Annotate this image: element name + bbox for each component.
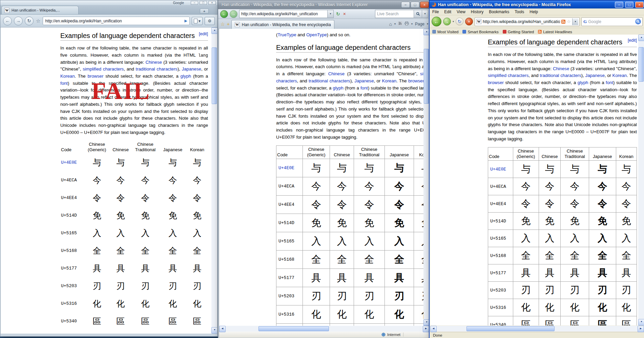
search-icon[interactable] xyxy=(414,10,422,18)
new-tab-button[interactable]: + xyxy=(200,8,209,14)
chevron-down-icon[interactable]: ▾ xyxy=(572,18,578,25)
maximize-icon[interactable]: □ xyxy=(411,2,419,8)
back-button[interactable]: ← xyxy=(3,17,12,25)
scroll-right-icon[interactable]: ▶ xyxy=(638,326,644,332)
wiki-link[interactable]: simplified characters xyxy=(83,66,124,72)
browser-tab[interactable]: W Han unification - Wikipedia,... xyxy=(1,6,79,14)
scroll-down-icon[interactable]: ▼ xyxy=(211,327,217,334)
code-link[interactable]: U+4E0E xyxy=(488,161,513,178)
scroll-up-icon[interactable]: ▲ xyxy=(211,27,217,34)
menu-file[interactable]: File xyxy=(430,9,441,15)
bookmark-getting-started[interactable]: Getting Started xyxy=(503,30,534,34)
wiki-link[interactable]: font xyxy=(606,80,613,85)
refresh-button[interactable]: ↻ xyxy=(335,11,341,17)
vertical-scrollbar[interactable]: ▲ ▼ xyxy=(638,35,644,325)
url-text[interactable]: http://en.wikipedia.org/wiki/Han_unifica… xyxy=(241,12,327,16)
wiki-link[interactable]: browser xyxy=(488,80,504,85)
forward-button[interactable]: → xyxy=(443,18,451,25)
address-bar[interactable]: http://en.wikipedia.org/wiki/Han_unifica… xyxy=(43,17,190,25)
back-button[interactable]: ← xyxy=(220,10,228,18)
horizontal-scrollbar[interactable]: ◀ ▶ xyxy=(430,326,644,332)
back-button[interactable]: ← xyxy=(432,17,441,26)
scrollbar-thumb[interactable] xyxy=(466,326,555,331)
firefox-titlebar[interactable]: Han unification - Wikipedia, the free en… xyxy=(430,1,644,8)
stop-button[interactable]: × xyxy=(465,18,473,25)
scrollbar-thumb[interactable] xyxy=(424,49,429,104)
page-menu-button[interactable]: ▾ xyxy=(192,17,203,25)
scroll-down-icon[interactable]: ▼ xyxy=(638,319,644,325)
go-icon[interactable]: ▶ xyxy=(185,19,187,23)
maximize-icon[interactable]: □ xyxy=(625,2,633,8)
browser-tab[interactable]: W Han unification - Wikipedia, the free … xyxy=(231,20,334,29)
wiki-link[interactable]: glyph xyxy=(578,80,588,85)
wiki-link[interactable]: Korean xyxy=(382,78,397,83)
search-box[interactable]: G Google xyxy=(581,17,643,26)
rss-feed-icon[interactable] xyxy=(398,21,402,26)
code-link[interactable]: U+4E0E xyxy=(276,159,303,177)
bookmark-latest-headlines[interactable]: Latest Headlines xyxy=(538,30,572,34)
scrollbar-track[interactable] xyxy=(211,34,217,327)
chevron-down-icon[interactable]: ▾ xyxy=(427,22,428,25)
address-bar[interactable]: http://en.wikipedia.org/wiki/Han_unifica… xyxy=(239,10,334,18)
vertical-scrollbar[interactable]: ▲ ▼ xyxy=(423,29,429,326)
stop-button[interactable]: × xyxy=(342,11,347,17)
favorites-star-icon[interactable]: ☆ xyxy=(220,21,225,27)
wiki-link[interactable]: Chinese xyxy=(553,66,569,71)
wiki-link[interactable]: Chinese xyxy=(328,71,345,76)
chevron-down-icon[interactable]: ▾ xyxy=(411,22,413,25)
google-search-label[interactable]: Google xyxy=(173,1,184,5)
wiki-link[interactable]: OpenType xyxy=(306,32,327,37)
wiki-link[interactable]: simplified characters xyxy=(488,73,528,78)
wiki-link[interactable]: browser xyxy=(408,78,424,83)
left-titlebar[interactable]: Google − □ × xyxy=(0,0,217,5)
wiki-link[interactable]: Korean xyxy=(612,73,627,78)
wiki-link[interactable]: Chinese xyxy=(145,60,162,65)
scrollbar-track[interactable] xyxy=(437,326,638,332)
bookmark-smart-bookmarks[interactable]: Smart Bookmarks xyxy=(462,30,498,34)
scroll-left-icon[interactable]: ◀ xyxy=(219,326,226,332)
chevron-down-icon[interactable]: ▾ xyxy=(394,22,396,25)
scrollbar-track[interactable] xyxy=(423,35,429,319)
wiki-link[interactable]: glyph xyxy=(333,85,344,91)
bookmark-most-visited[interactable]: Most Visited xyxy=(432,30,458,34)
menu-history[interactable]: History xyxy=(468,9,486,15)
forward-button[interactable]: → xyxy=(14,17,23,25)
address-bar[interactable]: W http://en.wikipedia.org/wiki/Han_unifi… xyxy=(475,17,580,26)
minimize-icon[interactable]: − xyxy=(615,2,623,8)
url-text[interactable]: http://en.wikipedia.org/wiki/Han_unifica… xyxy=(45,19,182,23)
scrollbar-track[interactable] xyxy=(638,41,644,319)
edit-link[interactable]: [edit] xyxy=(199,32,208,37)
refresh-button[interactable]: ↻ xyxy=(25,17,34,25)
wiki-link[interactable]: traditional characters xyxy=(136,66,177,72)
bookmark-star-icon[interactable]: ☆ xyxy=(36,18,41,24)
chevron-down-icon[interactable]: ▾ xyxy=(453,20,454,23)
scroll-up-icon[interactable]: ▲ xyxy=(423,29,429,35)
menu-tools[interactable]: Tools xyxy=(512,9,527,15)
horizontal-scrollbar[interactable]: ◀ ▶ xyxy=(219,326,429,332)
wiki-link[interactable]: traditional characters xyxy=(309,78,350,83)
vertical-scrollbar[interactable]: ▲ ▼ xyxy=(211,27,217,334)
close-icon[interactable]: × xyxy=(420,2,429,8)
close-icon[interactable]: × xyxy=(635,2,644,8)
wiki-link[interactable]: Japanese xyxy=(354,78,374,83)
home-icon[interactable]: ⌂ xyxy=(389,21,392,27)
settings-wrench-button[interactable]: ⚙ xyxy=(205,17,215,25)
page-menu-button[interactable]: Page xyxy=(415,22,424,26)
scroll-up-icon[interactable]: ▲ xyxy=(638,35,644,41)
wiki-link[interactable]: traditional characters xyxy=(540,73,581,78)
url-text[interactable]: http://en.wikipedia.org/wiki/Han_unifica… xyxy=(483,19,560,24)
menu-view[interactable]: View xyxy=(454,9,468,15)
scrollbar-thumb[interactable] xyxy=(212,47,217,104)
search-icon[interactable] xyxy=(635,19,641,24)
close-icon[interactable]: × xyxy=(208,1,216,5)
wiki-link[interactable]: font xyxy=(60,81,68,86)
wiki-link[interactable]: Korean xyxy=(60,74,75,79)
scrollbar-thumb[interactable] xyxy=(258,326,329,331)
scroll-left-icon[interactable]: ◀ xyxy=(430,326,437,332)
wiki-link[interactable]: glyph xyxy=(181,74,191,79)
menu-bookmarks[interactable]: Bookmarks xyxy=(486,9,512,15)
wiki-link[interactable]: font xyxy=(360,85,368,91)
add-favorite-icon[interactable]: + xyxy=(227,21,230,27)
code-link[interactable]: U+4E0E xyxy=(60,154,84,171)
print-icon[interactable] xyxy=(404,21,409,26)
